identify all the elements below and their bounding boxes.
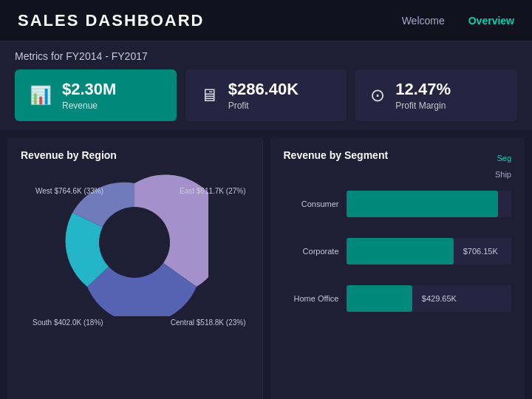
profit-label: Profit <box>228 100 299 111</box>
home-office-label: Home Office <box>284 294 339 303</box>
revenue-icon: 📊 <box>30 85 52 106</box>
panel-segment: Revenue by Segment Seg Ship Consumer $9 … <box>270 137 525 399</box>
app-title: SALES DASHBOARD <box>18 11 204 30</box>
segment-title: Revenue by Segment <box>284 149 389 161</box>
nav-overview[interactable]: Overview <box>468 15 514 27</box>
bar-row-consumer: Consumer $9 <box>284 191 512 217</box>
margin-icon: ⊙ <box>370 85 385 106</box>
consumer-label: Consumer <box>284 200 339 208</box>
revenue-value: $2.30M <box>62 80 116 99</box>
metrics-label: Metrics for FY2014 - FY2017 <box>15 50 517 62</box>
metrics-bar: Metrics for FY2014 - FY2017 📊 $2.30M Rev… <box>0 41 532 130</box>
metric-card-profit[interactable]: 🖥 $286.40K Profit <box>185 69 347 121</box>
home-office-track: $429.65K <box>347 285 512 312</box>
profit-icon: 🖥 <box>200 85 218 106</box>
bar-row-corporate: Corporate $706.15K <box>284 238 512 265</box>
home-office-bar: $429.65K <box>347 285 412 312</box>
consumer-track: $9 <box>347 191 512 217</box>
label-south: South $402.0K (18%) <box>33 318 103 328</box>
donut-chart <box>61 168 208 316</box>
metric-card-revenue[interactable]: 📊 $2.30M Revenue <box>15 69 177 121</box>
corporate-label: Corporate <box>284 247 339 256</box>
corporate-track: $706.15K <box>347 238 512 265</box>
bar-row-home-office: Home Office $429.65K <box>284 285 512 312</box>
consumer-bar: $9 <box>347 191 499 217</box>
svg-point-0 <box>99 207 170 278</box>
corporate-value: $706.15K <box>463 247 498 256</box>
metric-card-margin[interactable]: ⊙ 12.47% Profit Margin <box>355 69 517 121</box>
bar-chart: Consumer $9 Corporate $706.15K Home <box>284 191 512 312</box>
margin-value: 12.47% <box>395 80 451 99</box>
header-nav: Welcome Overview <box>402 15 514 27</box>
metrics-cards: 📊 $2.30M Revenue 🖥 $286.40K Profit ⊙ 12.… <box>15 69 517 130</box>
label-central: Central $518.8K (23%) <box>171 318 246 328</box>
nav-welcome: Welcome <box>402 15 445 27</box>
region-title: Revenue by Region <box>21 149 249 161</box>
segment-filter[interactable]: Seg <box>497 154 511 163</box>
header: SALES DASHBOARD Welcome Overview <box>0 0 532 41</box>
home-office-value: $429.65K <box>422 294 457 303</box>
revenue-label: Revenue <box>62 100 116 111</box>
margin-label: Profit Margin <box>395 100 451 111</box>
main-content: Revenue by Region <box>0 130 532 399</box>
panel-region: Revenue by Region <box>7 137 263 399</box>
ship-label: Ship <box>284 170 512 179</box>
profit-value: $286.40K <box>228 80 299 99</box>
corporate-bar: $706.15K <box>347 238 454 265</box>
segment-header: Revenue by Segment Seg <box>284 149 512 167</box>
